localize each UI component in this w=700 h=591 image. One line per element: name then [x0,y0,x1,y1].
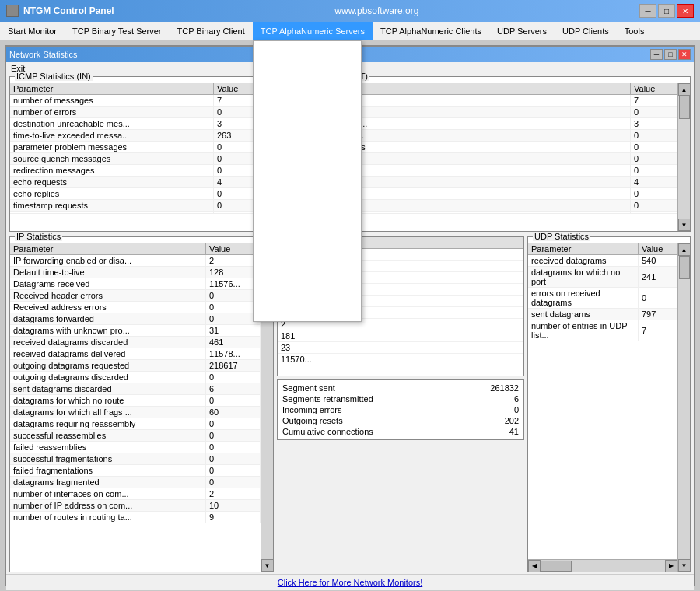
dropdown-item[interactable]: TCP Server 15 [254,237,361,251]
udp-table-wrapper: Parameter Value received datagrams540dat… [528,243,690,572]
dropdown-item[interactable]: TCP Server 13 [254,209,361,223]
value-cell [631,212,677,214]
value-cell: 0 [631,107,677,118]
param-cell: time-to-live exceeded messa... [10,130,214,142]
param-cell: Default time-to-live [10,267,206,278]
param-cell: parameter problem messages [10,142,214,153]
udp-scroll-up[interactable]: ▲ [678,243,691,256]
udp-stats-group: UDP Statistics Parameter Value [527,236,691,572]
dropdown-item[interactable]: TCP Server 14 [254,223,361,237]
icmp-out-scrollbar[interactable]: ▲ ▼ [677,83,690,231]
table-row: outgoing datagrams discarded0 [10,372,261,383]
udp-h-scroll-right[interactable]: ▶ [665,560,677,572]
value-cell: 0 [206,453,261,465]
table-row: Received header errors0 [10,290,261,302]
ip-stats-group: IP Statistics Parameter Value [9,236,274,572]
param-cell: datagrams for which no route [10,395,206,407]
value-cell: 7 [639,320,677,341]
tcp-full-group: Segment sent261832Segments retransmitted… [277,379,524,440]
udp-h-scroll-thumb[interactable] [541,561,572,572]
dropdown-item[interactable]: TCP Server 2 [254,55,361,69]
dropdown-item[interactable]: TCP Server 1 [254,41,361,55]
icmp-out-scroll-thumb[interactable] [679,96,690,119]
ip-stats-table: Parameter Value IP forwarding enabled or… [10,243,261,523]
dropdown-item[interactable]: TCP Server 17 [254,265,361,279]
param-cell: outgoing datagrams discarded [10,372,206,383]
param-cell: datagrams with unknown pro... [10,325,206,337]
tcp-value: 6 [514,394,519,404]
tcp-full-rows: Segment sent261832Segments retransmitted… [282,383,519,437]
ip-scroll-down[interactable]: ▼ [261,559,274,572]
close-button[interactable]: ✕ [677,4,694,18]
udp-h-scroll-left[interactable]: ◀ [528,560,541,572]
inner-minimize[interactable]: ─ [650,49,663,60]
minimize-button[interactable]: ─ [639,4,656,18]
menu-tools[interactable]: Tools [617,22,653,40]
tcp-value: 41 [509,427,519,436]
dropdown-item[interactable]: TCP Server 6 [254,111,361,125]
table-row: failed fragmentations0 [10,465,261,477]
tcp-value: 0 [514,405,519,414]
dropdown-item[interactable]: TCP Server 19 [254,293,361,307]
menu-tcp-binary-client[interactable]: TCP Binary Client [170,22,253,40]
icmp-out-scroll-down[interactable]: ▼ [678,219,691,231]
udp-h-scrollbar[interactable]: ◀ ▶ [528,559,677,572]
udp-stats-title: UDP Statistics [533,232,590,241]
table-row: successful reassemblies0 [10,430,261,442]
dropdown-item[interactable]: TCP Server 11 [254,181,361,195]
menu-tcp-alphanumeric-servers[interactable]: TCP AlphaNumeric Servers TCP Server 1TCP… [253,22,373,40]
dropdown-item[interactable]: TCP Server 4 [254,83,361,97]
table-row: sent datagrams797 [528,309,677,320]
list-item: 181 [278,330,523,342]
value-cell: 0 [631,200,677,212]
param-cell: Datagrams received [10,278,206,290]
value-cell: 0 [206,430,261,442]
value-cell: 0 [206,372,261,383]
param-cell: failed fragmentations [10,465,206,477]
param-cell: number of errors [10,107,214,118]
menu-start-monitor[interactable]: Start Monitor [0,22,65,40]
table-row: number of entries in UDP list...7 [528,320,677,341]
udp-scrollbar[interactable]: ▲ ▼ [677,243,690,572]
tcp-servers-dropdown: TCP Server 1TCP Server 2TCP Server 3TCP … [253,40,362,322]
inner-close[interactable]: ✕ [678,49,691,60]
table-row: destination unreachable mes...3 [10,118,261,130]
inner-maximize[interactable]: □ [664,49,677,60]
param-cell: successful fragmentations [10,453,206,465]
list-item: Cumulative connections41 [282,426,519,437]
udp-scroll-down[interactable]: ▼ [678,559,691,572]
bottom-link[interactable]: Click Here for More Network Monitors! [6,574,694,590]
icmp-in-table-wrapper: Parameter Value number of messages7numbe… [10,83,273,231]
dropdown-item[interactable]: TCP Server 7 [254,125,361,139]
param-cell: echo replies [10,188,214,200]
dropdown-item[interactable]: TCP Server 3 [254,69,361,83]
value-cell: 0 [206,418,261,430]
menu-tcp-alphanumeric-clients[interactable]: TCP AlphaNumeric Clients [373,22,489,40]
list-item: Outgoing resets202 [282,415,519,426]
menu-udp-clients[interactable]: UDP Clients [555,22,617,40]
param-cell: received datagrams [528,255,639,267]
param-cell: received datagrams discarded [10,337,206,348]
table-row [10,212,261,214]
dropdown-item[interactable]: TCP Server 16 [254,251,361,265]
dropdown-item[interactable]: TCP Server 9 [254,153,361,167]
value-cell: 10 [206,500,261,512]
maximize-button[interactable]: □ [658,4,675,18]
dropdown-item[interactable]: TCP Server 18 [254,279,361,293]
param-cell: destination unreachable mes... [10,118,214,130]
dropdown-item[interactable]: TCP Server 20 [254,307,361,321]
param-cell: number of messages [10,95,214,107]
menu-tcp-binary-test[interactable]: TCP Binary Test Server [65,22,170,40]
udp-scroll-thumb[interactable] [679,256,690,279]
menu-udp-servers[interactable]: UDP Servers [489,22,555,40]
icmp-out-scroll-up[interactable]: ▲ [678,83,691,96]
dropdown-item[interactable]: TCP Server 8 [254,139,361,153]
table-row: number of routes in routing ta...9 [10,512,261,523]
dropdown-item[interactable]: TCP Server 10 [254,167,361,181]
param-cell [10,212,214,214]
value-cell: 11578... [206,348,261,360]
dropdown-item[interactable]: TCP Server 5 [254,97,361,111]
table-row: errors on received datagrams0 [528,288,677,309]
tcp-label: Outgoing resets [282,416,343,425]
dropdown-item[interactable]: TCP Server 12 [254,195,361,209]
